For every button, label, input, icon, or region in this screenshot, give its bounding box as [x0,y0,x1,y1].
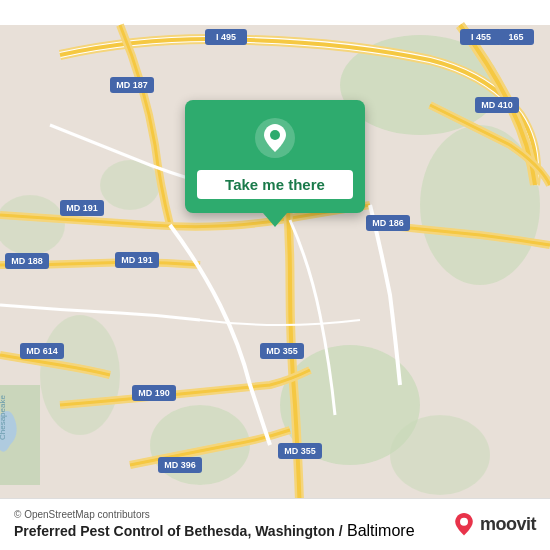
svg-text:MD 355: MD 355 [284,446,316,456]
attribution: © OpenStreetMap contributors [14,509,415,520]
svg-point-40 [270,130,280,140]
svg-point-41 [460,517,468,525]
take-me-there-button[interactable]: Take me there [197,170,353,199]
svg-text:MD 614: MD 614 [26,346,58,356]
svg-text:165: 165 [508,32,523,42]
moovit-pin-icon [452,513,476,537]
svg-text:MD 188: MD 188 [11,256,43,266]
svg-text:MD 191: MD 191 [66,203,98,213]
moovit-logo: moovit [452,513,536,537]
svg-text:Chesapeake: Chesapeake [0,395,7,440]
svg-text:MD 191: MD 191 [121,255,153,265]
svg-point-6 [100,160,160,210]
svg-text:MD 187: MD 187 [116,80,148,90]
bottom-bar-text: © OpenStreetMap contributors Preferred P… [14,509,415,540]
svg-text:MD 410: MD 410 [481,100,513,110]
moovit-brand-text: moovit [480,514,536,535]
place-name: Preferred Pest Control of Bethesda, Wash… [14,523,343,539]
bottom-bar: © OpenStreetMap contributors Preferred P… [0,498,550,550]
map-container: Chesapeake [0,0,550,550]
popup-card: Take me there [185,100,365,213]
svg-point-9 [390,415,490,495]
svg-text:MD 355: MD 355 [266,346,298,356]
svg-text:I 455: I 455 [471,32,491,42]
svg-text:MD 186: MD 186 [372,218,404,228]
svg-text:MD 190: MD 190 [138,388,170,398]
place-name-container: Preferred Pest Control of Bethesda, Wash… [14,522,415,540]
map-svg: Chesapeake [0,0,550,550]
place-name-2: Baltimore [347,522,415,539]
svg-text:MD 396: MD 396 [164,460,196,470]
location-pin-icon [253,116,297,160]
svg-text:I 495: I 495 [216,32,236,42]
